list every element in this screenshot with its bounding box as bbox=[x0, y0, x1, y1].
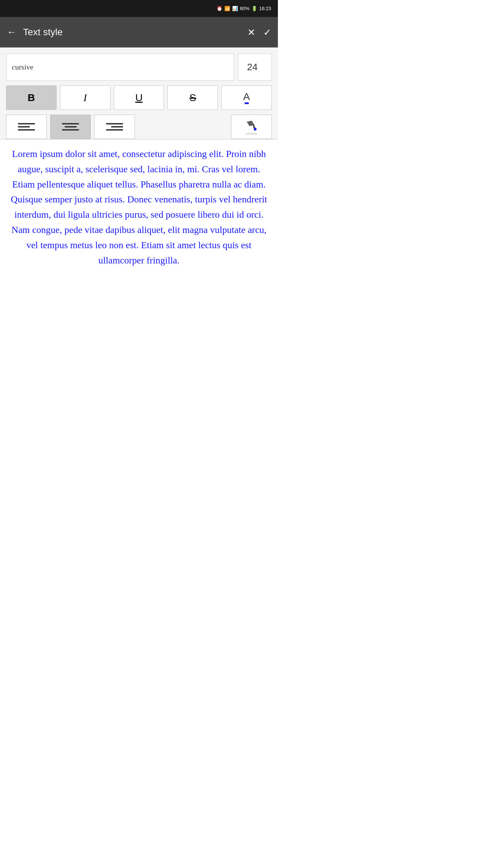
color-a-icon: A bbox=[243, 92, 250, 104]
align-right-icon bbox=[106, 123, 123, 131]
align-left-icon bbox=[18, 123, 35, 131]
page-title: Text style bbox=[23, 27, 63, 38]
align-right-button[interactable] bbox=[94, 115, 135, 139]
align-center-icon bbox=[62, 123, 79, 131]
align-row bbox=[6, 115, 272, 139]
bold-button[interactable]: B bbox=[6, 85, 57, 110]
time-label: 16:23 bbox=[259, 6, 271, 11]
text-color-button[interactable]: A bbox=[221, 85, 272, 110]
font-name-input[interactable] bbox=[6, 54, 234, 81]
fill-icon bbox=[245, 119, 258, 135]
align-spacer bbox=[138, 115, 228, 139]
italic-button[interactable]: I bbox=[60, 85, 110, 110]
battery-icon: 🔋 bbox=[251, 6, 257, 11]
italic-icon: I bbox=[83, 92, 87, 103]
top-bar-right: ✕ ✓ bbox=[247, 27, 271, 38]
status-bar: ⏰ 📶 📊 80% 🔋 16:23 bbox=[0, 0, 278, 17]
strikethrough-icon: S bbox=[189, 92, 196, 103]
lorem-text: Lorem ipsum dolor sit amet, consectetur … bbox=[7, 146, 271, 268]
battery-label: 80% bbox=[240, 6, 249, 11]
strikethrough-button[interactable]: S bbox=[167, 85, 218, 110]
svg-point-2 bbox=[254, 128, 257, 131]
signal-icon: 📊 bbox=[232, 6, 238, 11]
underline-icon: U bbox=[135, 92, 143, 103]
style-buttons-row: B I U S A bbox=[6, 85, 272, 110]
close-button[interactable]: ✕ bbox=[247, 27, 255, 38]
fill-color-button[interactable] bbox=[231, 115, 272, 139]
top-bar-left: ← Text style bbox=[7, 27, 63, 38]
top-bar: ← Text style ✕ ✓ bbox=[0, 17, 278, 47]
font-size-input[interactable] bbox=[238, 54, 272, 81]
confirm-button[interactable]: ✓ bbox=[263, 27, 271, 38]
align-left-button[interactable] bbox=[6, 115, 47, 139]
status-icons: ⏰ 📶 📊 80% 🔋 16:23 bbox=[217, 6, 271, 11]
align-center-button[interactable] bbox=[50, 115, 91, 139]
back-button[interactable]: ← bbox=[7, 27, 16, 38]
bold-icon: B bbox=[28, 92, 35, 103]
wifi-icon: 📶 bbox=[224, 6, 230, 11]
alarm-icon: ⏰ bbox=[217, 6, 222, 11]
text-content-area: Lorem ipsum dolor sit amet, consectetur … bbox=[0, 140, 278, 275]
controls-area: B I U S A bbox=[0, 47, 278, 139]
font-row bbox=[6, 54, 272, 81]
underline-button[interactable]: U bbox=[114, 85, 164, 110]
paint-bucket-svg bbox=[245, 119, 258, 132]
